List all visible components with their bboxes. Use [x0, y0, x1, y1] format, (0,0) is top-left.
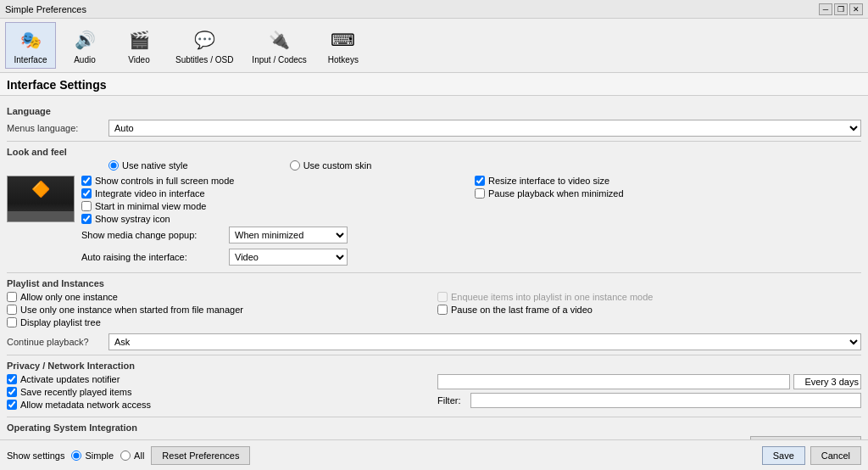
- custom-skin-option[interactable]: Use custom skin: [290, 160, 372, 171]
- save-recently-label: Save recently played items: [20, 387, 131, 397]
- allow-metadata-checkbox[interactable]: [7, 400, 17, 410]
- resize-interface-label: Resize interface to video size: [488, 176, 609, 186]
- privacy-columns: Activate updates notifier Save recently …: [7, 374, 861, 412]
- enqueue-label: Enqueue items into playlist in one insta…: [451, 292, 653, 302]
- pause-playback-checkbox-row[interactable]: Pause playback when minimized: [475, 188, 861, 199]
- pause-playback-checkbox[interactable]: [475, 188, 485, 199]
- auto-raising-label: Auto raising the interface:: [81, 252, 225, 262]
- days-spinner-wrap: [793, 374, 861, 389]
- show-systray-label: Show systray icon: [95, 214, 170, 224]
- pause-playback-label: Pause playback when minimized: [488, 188, 624, 199]
- toolbar-label-interface: Interface: [14, 55, 47, 64]
- display-tree-checkbox[interactable]: [7, 317, 17, 327]
- use-one-started-checkbox-row[interactable]: Use only one instance when started from …: [7, 305, 431, 315]
- simple-radio-option[interactable]: Simple: [71, 450, 114, 461]
- allow-metadata-checkbox-row[interactable]: Allow metadata network access: [7, 400, 431, 410]
- privacy-right: Filter:: [437, 374, 861, 412]
- save-recently-checkbox-row[interactable]: Save recently played items: [7, 387, 431, 397]
- simple-label: Simple: [85, 450, 114, 461]
- video-icon: 🎬: [125, 26, 153, 53]
- left-checkboxes: Show controls in full screen mode Integr…: [81, 176, 468, 268]
- separator-3: [7, 355, 861, 355]
- toolbar-item-audio[interactable]: 🔊 Audio: [59, 22, 110, 69]
- show-controls-checkbox[interactable]: [81, 176, 92, 186]
- filter-label: Filter:: [437, 395, 467, 406]
- custom-skin-radio[interactable]: [290, 160, 300, 171]
- continue-playback-select[interactable]: Ask: [108, 333, 861, 350]
- all-radio[interactable]: [120, 450, 131, 461]
- custom-skin-label: Use custom skin: [303, 160, 372, 171]
- menus-language-select[interactable]: Auto: [108, 120, 861, 137]
- bottom-right: Save Cancel: [762, 446, 861, 465]
- toolbar-item-subtitles[interactable]: 💬 Subtitles / OSD: [168, 22, 241, 69]
- separator-1: [7, 141, 861, 142]
- right-checkboxes: Resize interface to video size Pause pla…: [475, 176, 861, 268]
- vlc-preview-bar: [8, 211, 74, 221]
- filter-input[interactable]: [470, 393, 861, 408]
- resize-interface-checkbox[interactable]: [475, 176, 485, 186]
- bottom-left: Show settings Simple All Reset Preferenc…: [7, 446, 250, 465]
- auto-raising-select[interactable]: Video: [229, 249, 348, 266]
- continue-playback-row: Continue playback? Ask: [7, 333, 861, 350]
- activate-updates-checkbox[interactable]: [7, 374, 17, 384]
- toolbar-item-input[interactable]: 🔌 Input / Codecs: [244, 22, 314, 69]
- show-systray-checkbox-row[interactable]: Show systray icon: [81, 214, 468, 224]
- integrate-video-label: Integrate video in interface: [95, 188, 205, 199]
- pause-last-checkbox[interactable]: [437, 305, 448, 315]
- native-style-radio[interactable]: [108, 160, 119, 171]
- show-media-popup-select[interactable]: When minimized: [229, 227, 348, 243]
- show-media-popup-label: Show media change popup:: [81, 230, 225, 240]
- integrate-video-checkbox[interactable]: [81, 188, 92, 199]
- pause-last-label: Pause on the last frame of a video: [451, 305, 593, 315]
- native-style-option[interactable]: Use native style: [108, 160, 188, 171]
- reset-preferences-button[interactable]: Reset Preferences: [151, 446, 250, 465]
- hotkeys-icon: ⌨: [330, 26, 357, 53]
- integrate-video-checkbox-row[interactable]: Integrate video in interface: [81, 188, 468, 199]
- style-radio-group: Use native style Use custom skin: [7, 160, 861, 171]
- update-frequency-row: [437, 374, 861, 389]
- use-one-started-checkbox[interactable]: [7, 305, 17, 315]
- show-controls-label: Show controls in full screen mode: [95, 176, 234, 186]
- allow-one-checkbox[interactable]: [7, 292, 17, 302]
- all-radio-option[interactable]: All: [120, 450, 144, 461]
- window-title: Simple Preferences: [5, 4, 86, 14]
- save-recently-checkbox[interactable]: [7, 387, 17, 397]
- toolbar-item-video[interactable]: 🎬 Video: [114, 22, 164, 69]
- resize-interface-checkbox-row[interactable]: Resize interface to video size: [475, 176, 861, 186]
- allow-one-label: Allow only one instance: [20, 292, 118, 302]
- interface-icon: 🎭: [17, 26, 44, 53]
- use-one-started-label: Use only one instance when started from …: [20, 305, 243, 315]
- start-minimal-label: Start in minimal view mode: [95, 201, 206, 211]
- start-minimal-checkbox[interactable]: [81, 201, 92, 211]
- close-button[interactable]: ✕: [849, 3, 863, 15]
- vlc-preview: 🔶: [7, 176, 75, 222]
- subtitles-icon: 💬: [191, 26, 218, 53]
- update-text-input[interactable]: [437, 374, 790, 389]
- toolbar-label-hotkeys: Hotkeys: [328, 55, 359, 64]
- save-button[interactable]: Save: [762, 446, 805, 465]
- look-feel-area: 🔶 Show controls in full screen mode Inte…: [7, 176, 861, 268]
- title-bar: Simple Preferences ─ ❐ ✕: [0, 0, 868, 19]
- activate-updates-checkbox-row[interactable]: Activate updates notifier: [7, 374, 431, 384]
- allow-one-checkbox-row[interactable]: Allow only one instance: [7, 292, 431, 302]
- show-controls-checkbox-row[interactable]: Show controls in full screen mode: [81, 176, 468, 186]
- minimize-button[interactable]: ─: [819, 3, 832, 15]
- toolbar-label-audio: Audio: [74, 55, 96, 64]
- playlist-right: Enqueue items into playlist in one insta…: [437, 292, 861, 330]
- show-systray-checkbox[interactable]: [81, 214, 92, 224]
- toolbar-item-interface[interactable]: 🎭 Interface: [5, 22, 56, 69]
- toolbar: 🎭 Interface 🔊 Audio 🎬 Video 💬 Subtitles …: [0, 19, 868, 73]
- continue-playback-control: Ask: [108, 333, 861, 350]
- display-tree-checkbox-row[interactable]: Display playlist tree: [7, 317, 431, 327]
- pause-last-checkbox-row[interactable]: Pause on the last frame of a video: [437, 305, 861, 315]
- cancel-button[interactable]: Cancel: [810, 446, 861, 465]
- restore-button[interactable]: ❐: [834, 3, 848, 15]
- simple-radio[interactable]: [71, 450, 81, 461]
- toolbar-label-subtitles: Subtitles / OSD: [175, 55, 233, 64]
- toolbar-item-hotkeys[interactable]: ⌨ Hotkeys: [318, 22, 369, 69]
- start-minimal-checkbox-row[interactable]: Start in minimal view mode: [81, 201, 468, 211]
- allow-metadata-label: Allow metadata network access: [20, 400, 151, 410]
- playlist-left: Allow only one instance Use only one ins…: [7, 292, 431, 330]
- days-spinner[interactable]: [793, 374, 861, 389]
- menus-language-row: Menus language: Auto: [7, 120, 861, 137]
